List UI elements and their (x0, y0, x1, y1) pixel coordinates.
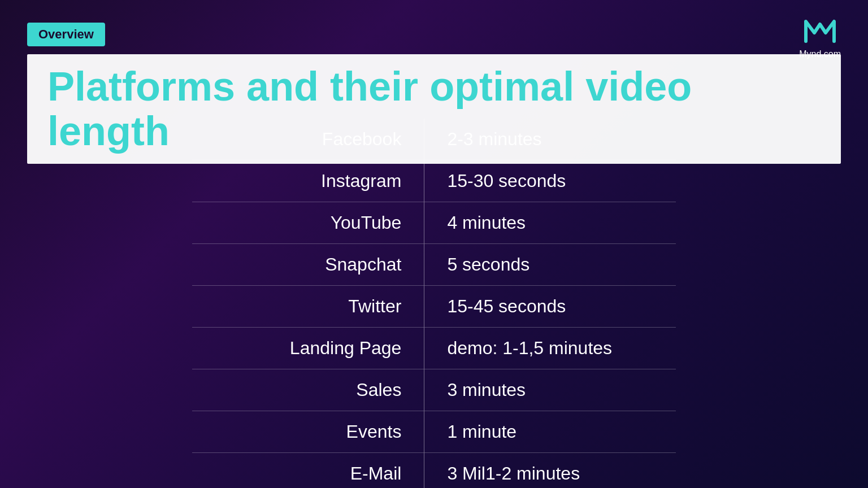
platform-name: E-Mail (192, 453, 424, 489)
platform-name: Instagram (192, 160, 424, 202)
platform-duration: 4 minutes (424, 202, 676, 244)
table-row: E-Mail3 Mil1-2 minutes (192, 453, 676, 489)
platform-name: Twitter (192, 286, 424, 328)
platform-duration: 15-45 seconds (424, 286, 676, 328)
platform-duration: 15-30 seconds (424, 160, 676, 202)
overview-badge: Overview (27, 23, 105, 46)
platform-name: Facebook (192, 119, 424, 160)
table-row: Facebook2-3 minutes (192, 119, 676, 160)
table-row: Snapchat5 seconds (192, 244, 676, 286)
platform-name: Snapchat (192, 244, 424, 286)
table-container: Facebook2-3 minutesInstagram15-30 second… (192, 119, 676, 465)
platform-duration: 5 seconds (424, 244, 676, 286)
table-row: YouTube4 minutes (192, 202, 676, 244)
table-row: Sales3 minutes (192, 369, 676, 411)
platform-name: YouTube (192, 202, 424, 244)
table-row: Instagram15-30 seconds (192, 160, 676, 202)
platform-duration: 2-3 minutes (424, 119, 676, 160)
platform-duration: 1 minute (424, 411, 676, 453)
platform-duration: 3 minutes (424, 369, 676, 411)
table-row: Twitter15-45 seconds (192, 286, 676, 328)
platform-table: Facebook2-3 minutesInstagram15-30 second… (192, 119, 676, 488)
table-row: Landing Pagedemo: 1-1,5 minutes (192, 328, 676, 369)
logo-area: Mynd.com (799, 16, 841, 59)
platform-name: Sales (192, 369, 424, 411)
platform-duration: 3 Mil1-2 minutes (424, 453, 676, 489)
platform-name: Events (192, 411, 424, 453)
platform-duration: demo: 1-1,5 minutes (424, 328, 676, 369)
table-row: Events1 minute (192, 411, 676, 453)
platform-name: Landing Page (192, 328, 424, 369)
mynd-logo-icon (803, 16, 837, 47)
